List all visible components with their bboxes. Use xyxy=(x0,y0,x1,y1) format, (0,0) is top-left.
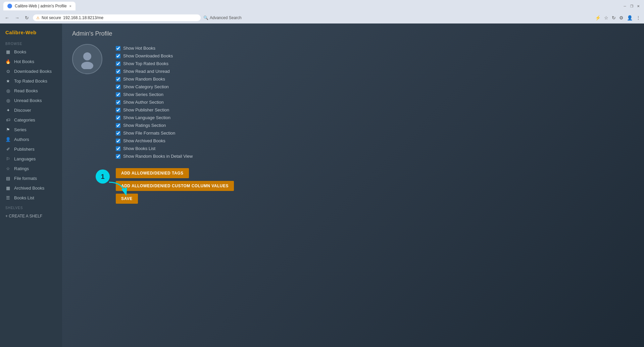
sidebar-item-authors[interactable]: 👤 Authors xyxy=(0,135,62,144)
create-shelf-button[interactable]: + CREATE A SHELF xyxy=(0,211,62,221)
advanced-search-button[interactable]: 🔍 Advanced Search xyxy=(203,15,242,20)
restore-button[interactable]: ❐ xyxy=(629,4,634,8)
sidebar-item-label: Series xyxy=(14,127,27,132)
sidebar-item-top-rated[interactable]: ★ Top Rated Books xyxy=(0,76,62,86)
checkbox-show-top-rated-input[interactable] xyxy=(116,61,120,66)
extensions-icon[interactable]: ⚡ xyxy=(595,15,601,20)
sidebar-item-label: Books xyxy=(14,49,26,54)
checkbox-show-hot-books-input[interactable] xyxy=(116,46,120,51)
checkbox-show-ratings-input[interactable] xyxy=(116,123,120,128)
checkbox-show-downloaded-label: Show Downloaded Books xyxy=(123,53,173,58)
checkbox-show-publisher-input[interactable] xyxy=(116,108,120,112)
sidebar-item-read-books[interactable]: ◎ Read Books xyxy=(0,86,62,96)
checkboxes-list: Show Hot Books Show Downloaded Books Sho… xyxy=(116,46,234,159)
menu-icon[interactable]: ⋮ xyxy=(636,15,641,20)
profile-icon[interactable]: 👤 xyxy=(627,15,633,20)
sidebar-item-label: Downloaded Books xyxy=(14,69,52,74)
add-allowed-denied-columns-button[interactable]: ADD ALLOWED/DENIED CUSTOM COLUMN VALUES xyxy=(116,181,234,191)
checkbox-show-books-list-label: Show Books List xyxy=(123,146,155,151)
checkbox-show-books-list-input[interactable] xyxy=(116,146,120,151)
sidebar-item-label: Categories xyxy=(14,117,35,122)
avatar xyxy=(72,44,102,74)
sidebar-item-file-formats[interactable]: ▤ File formats xyxy=(0,174,62,183)
back-button[interactable]: ← xyxy=(3,14,11,21)
address-bar[interactable]: ⚠ Not secure 192.168.1.18:8213/me xyxy=(33,14,201,21)
checkbox-show-category-input[interactable] xyxy=(116,85,120,89)
checkbox-show-read-unread-input[interactable] xyxy=(116,69,120,74)
sidebar-item-label: Discover xyxy=(14,108,31,113)
browse-section-label: BROWSE xyxy=(0,39,62,47)
downloaded-icon: ⊙ xyxy=(5,69,11,74)
unread-icon: ◎ xyxy=(5,98,11,103)
checkbox-show-random-input[interactable] xyxy=(116,77,120,82)
browser-titlebar: Calibre-Web | admin's Profile × ─ ❐ ✕ xyxy=(0,0,644,12)
sync-icon[interactable]: ↻ xyxy=(612,15,616,20)
sidebar-item-books-list[interactable]: ☰ Books List xyxy=(0,193,62,203)
sidebar-item-label: File formats xyxy=(14,176,37,181)
sidebar-item-hot-books[interactable]: 🔥 Hot Books xyxy=(0,57,62,66)
sidebar-item-discover[interactable]: ✦ Discover xyxy=(0,105,62,115)
checkbox-show-archived-label: Show Archived Books xyxy=(123,138,165,143)
checkbox-show-read-unread: Show Read and Unread xyxy=(116,69,234,74)
categories-icon: 🏷 xyxy=(5,117,11,122)
file-formats-icon: ▤ xyxy=(5,176,11,181)
reload-button[interactable]: ↻ xyxy=(23,14,30,21)
checkbox-show-random-detail: Show Random Books in Detail View xyxy=(116,154,234,159)
main-content: Admin's Profile Show Hot Books xyxy=(62,23,644,347)
checkbox-show-category: Show Category Section xyxy=(116,84,234,89)
sidebar-item-books[interactable]: ▦ Books xyxy=(0,47,62,57)
checkbox-show-series-label: Show Series Section xyxy=(123,92,163,97)
sidebar-item-categories[interactable]: 🏷 Categories xyxy=(0,115,62,125)
forward-button[interactable]: → xyxy=(13,14,21,21)
sidebar-brand: Calibre-Web xyxy=(0,23,62,39)
minimize-button[interactable]: ─ xyxy=(623,4,627,8)
settings-panel: Show Hot Books Show Downloaded Books Sho… xyxy=(116,44,234,204)
checkbox-show-author-input[interactable] xyxy=(116,100,120,105)
checkbox-show-hot-books: Show Hot Books xyxy=(116,46,234,51)
sidebar-item-languages[interactable]: ⚐ Languages xyxy=(0,154,62,164)
checkbox-show-ratings-label: Show Ratings Section xyxy=(123,123,166,128)
bookmark-icon[interactable]: ☆ xyxy=(604,15,608,20)
callout-arrow xyxy=(106,179,133,199)
sidebar-item-label: Ratings xyxy=(14,166,29,171)
settings-icon[interactable]: ⚙ xyxy=(619,15,624,20)
checkbox-show-series-input[interactable] xyxy=(116,92,120,97)
tab-close-btn[interactable]: × xyxy=(69,4,71,8)
avatar-wrap xyxy=(72,44,102,74)
checkbox-show-file-formats: Show File Formats Section xyxy=(116,131,234,136)
checkbox-show-category-label: Show Category Section xyxy=(123,84,169,89)
sidebar-item-label: Hot Books xyxy=(14,59,34,64)
tab-favicon xyxy=(7,4,12,8)
checkbox-show-language-label: Show Language Section xyxy=(123,115,170,120)
checkbox-show-author-label: Show Author Section xyxy=(123,100,164,105)
checkbox-show-random-detail-label: Show Random Books in Detail View xyxy=(123,154,193,159)
sidebar-item-series[interactable]: ⚑ Series xyxy=(0,125,62,135)
sidebar-item-ratings[interactable]: ☆ Ratings xyxy=(0,164,62,174)
top-rated-icon: ★ xyxy=(5,79,11,84)
close-button[interactable]: ✕ xyxy=(636,4,641,8)
tab-title: Calibre-Web | admin's Profile xyxy=(15,4,67,8)
svg-point-1 xyxy=(81,62,93,69)
sidebar-item-unread-books[interactable]: ◎ Unread Books xyxy=(0,96,62,105)
checkbox-show-file-formats-input[interactable] xyxy=(116,131,120,136)
shelves-section-label: SHELVES xyxy=(0,203,62,211)
sidebar-item-archived-books[interactable]: ▦ Archived Books xyxy=(0,183,62,193)
books-icon: ▦ xyxy=(5,49,11,54)
checkbox-show-downloaded-input[interactable] xyxy=(116,54,120,58)
page-title: Admin's Profile xyxy=(72,30,634,37)
buttons-area: 1 ADD ALLOWED/DENIED TAGS ADD AL xyxy=(116,163,234,204)
window-controls: ─ ❐ ✕ xyxy=(623,4,641,8)
hot-books-icon: 🔥 xyxy=(5,59,11,64)
checkbox-show-books-list: Show Books List xyxy=(116,146,234,151)
sidebar-item-downloaded-books[interactable]: ⊙ Downloaded Books xyxy=(0,66,62,76)
avatar-icon xyxy=(77,49,97,69)
checkbox-show-language-input[interactable] xyxy=(116,115,120,120)
security-label: Not secure xyxy=(42,15,61,20)
sidebar-item-label: Languages xyxy=(14,156,36,161)
checkbox-show-random-books: Show Random Books xyxy=(116,77,234,82)
checkbox-show-archived-input[interactable] xyxy=(116,139,120,143)
add-allowed-denied-tags-button[interactable]: ADD ALLOWED/DENIED TAGS xyxy=(116,168,189,178)
checkbox-show-random-detail-input[interactable] xyxy=(116,154,120,159)
sidebar-item-publishers[interactable]: ✐ Publishers xyxy=(0,144,62,154)
address-text: 192.168.1.18:8213/me xyxy=(63,15,103,20)
